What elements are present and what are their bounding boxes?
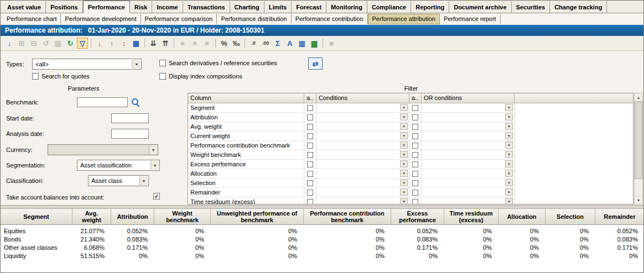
or-conditions-dropdown[interactable]: ▼ xyxy=(505,160,513,167)
derivatives-checkbox[interactable] xyxy=(159,60,166,66)
filter-and-checkbox[interactable] xyxy=(307,124,313,130)
conditions-dropdown[interactable]: ▼ xyxy=(400,170,408,177)
scroll-up-icon[interactable]: ▲ xyxy=(635,93,642,102)
filter-or-checkbox[interactable] xyxy=(412,105,418,111)
currency-select[interactable]: ▼ xyxy=(48,144,158,155)
horizontal-splitter[interactable] xyxy=(1,205,643,209)
tab-reporting[interactable]: Reporting xyxy=(411,1,449,13)
or-conditions-dropdown[interactable]: ▼ xyxy=(505,198,513,204)
filter-or-checkbox[interactable] xyxy=(412,152,418,158)
or-conditions-dropdown[interactable]: ▼ xyxy=(505,123,513,130)
results-column-header-weight-benchmark[interactable]: Weight benchmark xyxy=(154,209,211,225)
conditions-dropdown[interactable]: ▼ xyxy=(400,104,408,111)
filter-and-checkbox[interactable] xyxy=(307,180,313,186)
tab-limits[interactable]: Limits xyxy=(264,1,292,13)
scroll-down-icon[interactable]: ▼ xyxy=(635,196,642,204)
results-column-header-attribution[interactable]: Attribution xyxy=(111,209,154,225)
results-column-header-remainder[interactable]: Remainder xyxy=(595,209,643,225)
decimal-increase-icon[interactable]: .00 xyxy=(260,38,271,49)
classification-select[interactable]: Asset class ▼ xyxy=(88,175,149,186)
refresh-icon[interactable]: ↻ xyxy=(65,38,76,49)
conditions-dropdown[interactable]: ▼ xyxy=(400,160,408,167)
sort-ascending-icon[interactable]: ↑ xyxy=(106,38,117,49)
conditions-dropdown[interactable]: ▼ xyxy=(400,113,408,120)
filter-and-checkbox[interactable] xyxy=(307,133,313,139)
or-conditions-dropdown[interactable]: ▼ xyxy=(505,170,513,177)
filter-and-checkbox[interactable] xyxy=(307,105,313,111)
sum-icon[interactable]: Σ xyxy=(272,38,283,49)
permille-icon[interactable]: ‰ xyxy=(231,38,242,49)
tab-charting[interactable]: Charting xyxy=(230,1,264,13)
or-conditions-dropdown[interactable]: ▼ xyxy=(505,188,513,196)
subtab-performance-distribution[interactable]: Performance distribution xyxy=(217,14,291,24)
filter-and-checkbox[interactable] xyxy=(307,161,313,167)
filter-and-checkbox[interactable] xyxy=(307,199,313,205)
subtab-performance-report[interactable]: Performance report xyxy=(440,14,501,24)
filter-icon[interactable]: ▽ xyxy=(77,38,88,49)
search-icon[interactable] xyxy=(131,98,140,107)
conditions-dropdown[interactable]: ▼ xyxy=(400,198,408,204)
export-icon[interactable]: ↓ xyxy=(4,38,15,49)
font-icon[interactable]: A xyxy=(284,38,295,49)
subtab-performance-comparison[interactable]: Performance comparison xyxy=(141,14,217,24)
subtab-performance-development[interactable]: Performance development xyxy=(61,14,141,24)
filter-and-checkbox[interactable] xyxy=(307,114,313,120)
conditions-dropdown[interactable]: ▼ xyxy=(400,132,408,139)
sort-descending-icon[interactable]: ↓ xyxy=(94,38,105,49)
index-compositions-checkbox[interactable] xyxy=(159,73,166,80)
tab-document-archive[interactable]: Document archive xyxy=(449,1,511,13)
sort-order-icon[interactable]: ↕ xyxy=(118,38,129,49)
or-conditions-dropdown[interactable]: ▼ xyxy=(505,141,513,149)
filter-and-checkbox[interactable] xyxy=(307,143,313,149)
tab-income[interactable]: Income xyxy=(152,1,183,13)
filter-or-checkbox[interactable] xyxy=(412,143,418,149)
benchmark-input[interactable] xyxy=(77,97,128,107)
subtab-performance-attribution[interactable]: Performance attribution xyxy=(368,14,440,24)
expand-all-icon[interactable]: ⇊ xyxy=(148,38,159,49)
tab-change-tracking[interactable]: Change tracking xyxy=(550,1,607,13)
or-conditions-dropdown[interactable]: ▼ xyxy=(505,113,513,120)
chart-icon[interactable]: ▆ xyxy=(309,38,320,49)
filter-or-checkbox[interactable] xyxy=(412,180,418,186)
conditions-dropdown[interactable]: ▼ xyxy=(400,123,408,130)
tab-risk[interactable]: Risk xyxy=(130,1,152,13)
conditions-dropdown[interactable]: ▼ xyxy=(400,141,408,149)
filter-or-checkbox[interactable] xyxy=(412,199,418,205)
or-conditions-dropdown[interactable]: ▼ xyxy=(505,104,513,111)
start-date-input[interactable] xyxy=(111,113,149,123)
tab-monitoring[interactable]: Monitoring xyxy=(326,1,367,13)
tab-asset-value[interactable]: Asset value xyxy=(3,1,46,13)
grid-icon[interactable]: ▥ xyxy=(297,38,308,49)
percent-icon[interactable]: % xyxy=(219,38,230,49)
results-column-header-excess-performance[interactable]: Excess performance xyxy=(391,209,444,225)
tab-forecast[interactable]: Forecast xyxy=(292,1,326,13)
tab-securities[interactable]: Securities xyxy=(512,1,550,13)
scrollbar-thumb[interactable] xyxy=(635,102,642,179)
filter-or-checkbox[interactable] xyxy=(412,171,418,177)
results-column-header-unweighted-performance-of-benchmark[interactable]: Unweighted performance of benchmark xyxy=(211,209,304,225)
or-conditions-dropdown[interactable]: ▼ xyxy=(505,179,513,186)
results-column-header-segment[interactable]: Segment xyxy=(1,209,72,225)
filter-or-checkbox[interactable] xyxy=(412,133,418,139)
balances-checkbox[interactable] xyxy=(153,193,160,200)
collapse-all-icon[interactable]: ⇈ xyxy=(160,38,171,49)
decimal-decrease-icon[interactable]: .0 xyxy=(248,38,259,49)
or-conditions-dropdown[interactable]: ▼ xyxy=(505,132,513,139)
tab-transactions[interactable]: Transactions xyxy=(183,1,230,13)
results-column-header-time-residuum-excess[interactable]: Time residuum (excess) xyxy=(444,209,498,225)
results-column-header-selection[interactable]: Selection xyxy=(546,209,595,225)
filter-or-checkbox[interactable] xyxy=(412,190,418,196)
filter-and-checkbox[interactable] xyxy=(307,190,313,196)
or-conditions-dropdown[interactable]: ▼ xyxy=(505,151,513,158)
refresh-search-button[interactable]: ⇄ xyxy=(308,57,323,70)
segmentation-select[interactable]: Asset classification ▼ xyxy=(77,160,160,171)
filter-or-checkbox[interactable] xyxy=(412,114,418,120)
tab-compliance[interactable]: Compliance xyxy=(367,1,411,13)
filter-and-checkbox[interactable] xyxy=(307,171,313,177)
subtab-performance-chart[interactable]: Performance chart xyxy=(3,14,61,24)
filter-or-checkbox[interactable] xyxy=(412,161,418,167)
filter-and-checkbox[interactable] xyxy=(307,152,313,158)
results-column-header-avg-weight[interactable]: Avg. weight xyxy=(72,209,111,225)
conditions-dropdown[interactable]: ▼ xyxy=(400,179,408,186)
subtab-performance-contribution[interactable]: Performance contribution xyxy=(292,14,368,24)
